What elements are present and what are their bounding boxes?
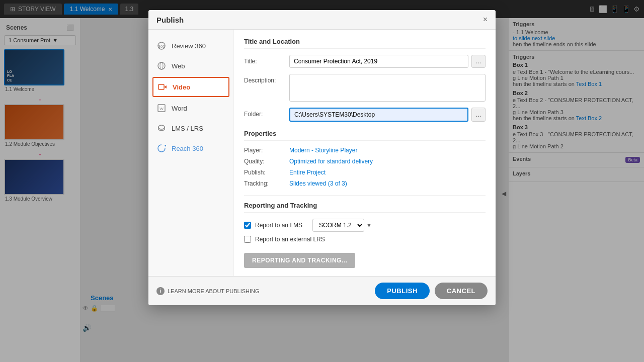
review360-icon: 360 xyxy=(156,41,167,51)
modal-title: Publish xyxy=(156,16,184,24)
svg-rect-4 xyxy=(158,84,164,89)
title-browse-button[interactable]: ... xyxy=(471,55,486,68)
svg-text:360: 360 xyxy=(158,44,165,49)
footer-info: i LEARN MORE ABOUT PUBLISHING xyxy=(156,287,260,295)
tracking-label: Tracking: xyxy=(244,180,289,187)
reach360-icon xyxy=(156,143,167,153)
word-icon: W xyxy=(156,103,167,113)
modal-nav: 360 Review 360 Web xyxy=(148,30,234,276)
web-icon xyxy=(156,61,167,71)
learn-more-link[interactable]: LEARN MORE ABOUT PUBLISHING xyxy=(168,288,260,294)
nav-item-review360[interactable]: 360 Review 360 xyxy=(148,36,233,56)
description-row: Description: xyxy=(244,74,486,102)
reporting-tracking-button[interactable]: REPORTING AND TRACKING... xyxy=(244,253,355,268)
description-label: Description: xyxy=(244,74,289,84)
reporting-section: Reporting and Tracking Report to an LMS … xyxy=(244,195,486,268)
title-row: Title: ... xyxy=(244,55,486,68)
nav-item-reach360[interactable]: Reach 360 xyxy=(148,138,233,158)
quality-label: Quality: xyxy=(244,158,289,165)
modal-close-button[interactable]: × xyxy=(483,15,488,24)
report-lms-checkbox[interactable] xyxy=(244,222,251,229)
report-lms-label: Report to an LMS xyxy=(255,222,302,229)
scorm-dropdown-icon: ▼ xyxy=(366,222,372,228)
properties-section: Properties Player: Modern - Storyline Pl… xyxy=(244,130,486,187)
folder-control: ... xyxy=(289,108,486,122)
player-row: Player: Modern - Storyline Player xyxy=(244,147,486,154)
nav-item-word[interactable]: W Word xyxy=(148,98,233,118)
publish-row: Publish: Entire Project xyxy=(244,169,486,176)
quality-value[interactable]: Optimized for standard delivery xyxy=(289,158,373,165)
publish-value[interactable]: Entire Project xyxy=(289,169,326,176)
report-lms-row: Report to an LMS SCORM 1.2 ▼ xyxy=(244,219,486,232)
quality-row: Quality: Optimized for standard delivery xyxy=(244,158,486,165)
publish-modal: Publish × 360 Review 360 xyxy=(148,10,496,305)
report-external-checkbox[interactable] xyxy=(244,236,251,243)
properties-title: Properties xyxy=(244,130,486,141)
title-control: ... xyxy=(289,55,486,68)
tracking-value[interactable]: Slides viewed (3 of 3) xyxy=(289,180,347,187)
folder-label: Folder: xyxy=(244,108,289,118)
modal-footer: i LEARN MORE ABOUT PUBLISHING PUBLISH CA… xyxy=(148,276,496,305)
nav-item-web[interactable]: Web xyxy=(148,56,233,76)
folder-input[interactable] xyxy=(289,108,468,122)
info-icon: i xyxy=(156,287,165,295)
modal-overlay: Publish × 360 Review 360 xyxy=(0,0,644,362)
publish-button[interactable]: PUBLISH xyxy=(375,283,430,299)
title-input[interactable] xyxy=(289,55,468,68)
nav-item-video[interactable]: Video xyxy=(152,77,229,97)
svg-text:W: W xyxy=(159,107,164,111)
modal-body: 360 Review 360 Web xyxy=(148,30,496,276)
player-value[interactable]: Modern - Storyline Player xyxy=(289,147,357,154)
report-external-label: Report to an external LRS xyxy=(255,236,325,243)
publish-prop-label: Publish: xyxy=(244,169,289,176)
cancel-button[interactable]: CANCEL xyxy=(435,283,488,299)
folder-row: Folder: ... xyxy=(244,108,486,122)
player-label: Player: xyxy=(244,147,289,154)
report-external-row: Report to an external LRS xyxy=(244,236,486,243)
svg-marker-9 xyxy=(164,145,166,147)
description-control xyxy=(289,74,486,102)
footer-buttons: PUBLISH CANCEL xyxy=(375,283,488,299)
nav-item-lms[interactable]: LMS / LRS xyxy=(148,118,233,138)
svg-point-3 xyxy=(160,62,163,69)
svg-point-2 xyxy=(158,62,165,69)
title-location-section: Title and Location xyxy=(244,38,486,49)
scorm-select[interactable]: SCORM 1.2 xyxy=(312,219,364,232)
modal-header: Publish × xyxy=(148,10,496,30)
tracking-row: Tracking: Slides viewed (3 of 3) xyxy=(244,180,486,187)
folder-browse-button[interactable]: ... xyxy=(471,108,486,122)
reporting-title: Reporting and Tracking xyxy=(244,202,486,213)
video-icon xyxy=(157,82,168,92)
title-label: Title: xyxy=(244,55,289,65)
svg-point-8 xyxy=(158,125,165,129)
lms-icon xyxy=(156,123,167,133)
modal-main-content: Title and Location Title: ... Descriptio… xyxy=(234,30,496,276)
description-input[interactable] xyxy=(289,74,486,102)
